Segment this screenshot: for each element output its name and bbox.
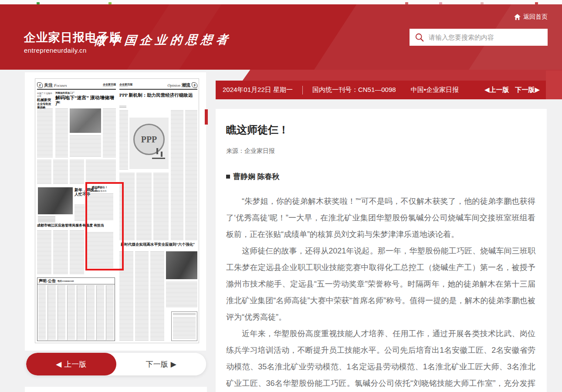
headline: 解码地下“迷宫” 滚动增储增产: [55, 95, 116, 106]
section-title: 关注: [44, 82, 53, 88]
search-input[interactable]: [429, 34, 542, 41]
favicon-mark: [439, 2, 442, 4]
welding-photo: [38, 187, 73, 214]
masthead: 企业家日报▪▪▪▪▪▪▪▪▪▪▪▪▪▪▪▪▪▪▪▪▪▪: [103, 83, 116, 88]
notice-phone: 电话13308082189: [58, 280, 74, 282]
next-page-button[interactable]: 下一版 ▶: [116, 353, 207, 375]
next-page-icon: ▶: [171, 360, 176, 369]
article-highlight-box[interactable]: [85, 182, 124, 270]
masthead: 企业家日报▪▪▪▪▪▪▪▪▪▪▪▪▪▪▪▪▪▪: [119, 83, 132, 88]
text-columns: [37, 160, 84, 184]
prev-page-icon: ◀: [484, 86, 490, 93]
red-marker-bar: [205, 109, 208, 125]
text-columns: [119, 173, 169, 240]
page-pager: ◀ 上一版 下一版 ▶: [26, 353, 206, 375]
byline: [119, 106, 126, 108]
train-photo: [166, 251, 197, 279]
text-column: [103, 108, 116, 157]
next-page-link[interactable]: 下一版▶: [515, 86, 540, 94]
favicon-mark: [108, 2, 112, 4]
text-column: [166, 282, 197, 308]
article-paragraph: 近年来，华塑股份高度重视技能人才培养、任用工作，通过开展各类技术比武、岗位练兵学…: [226, 325, 535, 392]
favicon-mark: [37, 2, 40, 4]
text-column: [74, 205, 85, 221]
prev-page-button[interactable]: ◀ 上一版: [26, 353, 116, 375]
home-link-label: 返回首页: [523, 13, 548, 21]
classified-columns: [38, 285, 114, 340]
page-number-badge: 3: [192, 82, 197, 88]
section-title: 潮流: [182, 82, 190, 88]
next-page-button-label: 下一版: [146, 359, 168, 369]
issue-date: 2024年01月22日 星期一: [223, 86, 293, 94]
search-box: [410, 29, 548, 46]
text-column: [119, 110, 128, 170]
text-column: [86, 160, 116, 182]
article-panel: 瞧这师徒仨！ 来源：企业家日报 曹静娴 陈春秋 “朱梦姐，你的徒弟解木获奖啦！”…: [216, 109, 547, 392]
date-bar: 2024年01月22日 星期一 国内统一刊号：CN51—0098 中国•企业家日…: [216, 81, 546, 99]
article-title: 瞧这师徒仨！: [226, 123, 535, 137]
figure-silhouette: [161, 152, 163, 157]
figure-silhouette: [156, 148, 158, 154]
ppp-illustration: PPP: [129, 118, 169, 169]
separator: [302, 86, 303, 95]
news-photo: [70, 108, 101, 133]
text-column: [70, 135, 101, 157]
article-source: 来源：企业家日报: [226, 147, 535, 155]
favicon-mark: [481, 2, 484, 4]
small-box: [171, 311, 197, 341]
ppp-coin: PPP: [133, 124, 165, 155]
header-corner-band: [546, 71, 562, 99]
article-paragraph: 这师徒仨的故事，还得从2021年说起。那一年，华塑股份能工巧匠、烧碱车间三班职工…: [226, 243, 535, 325]
newspaper-thumbnail[interactable]: 2 关注 Focuses 企业家日报▪▪▪▪▪▪▪▪▪▪▪▪▪▪▪▪▪▪▪▪▪▪…: [35, 78, 199, 343]
small-headline: [38, 216, 55, 223]
text-column: [55, 108, 68, 157]
home-icon: [514, 14, 521, 20]
page-preview-panel: 2 关注 Focuses 企业家日报▪▪▪▪▪▪▪▪▪▪▪▪▪▪▪▪▪▪▪▪▪▪…: [25, 72, 206, 351]
section-title-en: Focuses: [54, 83, 67, 88]
prev-page-icon: ◀: [56, 360, 61, 369]
thumbnail-page-3: 企业家日报▪▪▪▪▪▪▪▪▪▪▪▪▪▪▪▪▪▪ Opinion 潮流 3 PPP…: [119, 81, 197, 341]
prev-page-label: 上一版: [489, 86, 509, 93]
browser-strip: [0, 0, 562, 4]
headline: PPP 新机制：助力民营经济行稳致远: [119, 93, 197, 98]
kicker: 河南油田采油二厂: [55, 91, 115, 95]
favicon-mark: [405, 2, 408, 4]
author-bullet: [226, 175, 230, 179]
notice-box: 声明·公告 电话13308082189: [37, 277, 115, 341]
text-columns: [171, 110, 197, 240]
search-icon: [415, 33, 424, 42]
article-paragraph: “朱梦姐，你的徒弟解木获奖啦！”“可不是吗，不仅解木获奖了，他的徒弟李鹏也获得了…: [226, 193, 535, 243]
text-columns: [119, 251, 164, 341]
home-link[interactable]: 返回首页: [514, 13, 548, 21]
author-names: 曹静娴 陈春秋: [233, 172, 280, 182]
next-page-label: 下一版: [515, 86, 535, 93]
site-header: 企业家日报电子版 entrepreneurdaily.cn 做中国企业的思想者 …: [0, 4, 562, 70]
header-corner-band: [242, 70, 562, 81]
section-title-en: Opinion: [167, 83, 180, 88]
text-columns: [37, 230, 84, 274]
page-number-badge: 2: [37, 82, 43, 88]
paper-name: 中国•企业家日报: [411, 86, 459, 94]
prev-page-link[interactable]: ◀上一版: [484, 86, 509, 94]
favicon-mark: [535, 2, 538, 4]
secondary-panel: [25, 387, 207, 392]
prev-page-button-label: 上一版: [64, 359, 86, 369]
figure-silhouette: [152, 158, 165, 159]
article-authors: 曹静娴 陈春秋: [226, 172, 535, 182]
notice-title: 声明·公告: [39, 279, 56, 283]
text-column: [37, 108, 53, 157]
site-slogan: 做中国企业的思想者: [93, 32, 232, 49]
low-headline: 新时代煤企实现高水平安全应做到“六个强化”: [121, 243, 197, 247]
issue-number: 国内统一刊号：CN51—0098: [312, 86, 396, 94]
next-page-icon: ▶: [535, 86, 540, 93]
side-article: 中国二十冶海外公司 机械新突 企业专利发展战略: [37, 92, 53, 109]
article-body: “朱梦姐，你的徒弟解木获奖啦！”“可不是吗，不仅解木获奖了，他的徒弟李鹏也获得了…: [226, 193, 535, 392]
